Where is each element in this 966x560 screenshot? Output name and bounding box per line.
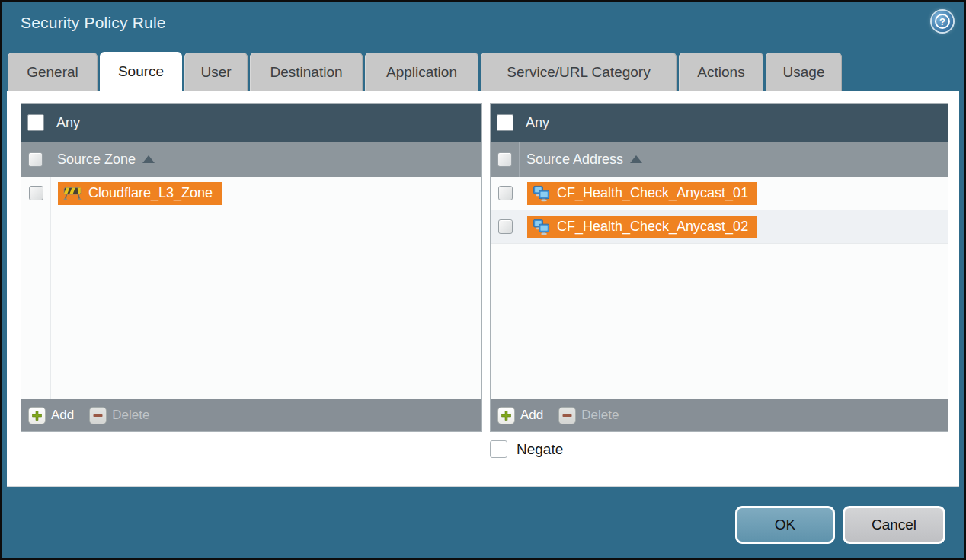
source-address-any-label: Any (526, 115, 549, 131)
tab-application[interactable]: Application (365, 53, 478, 91)
source-address-any-checkbox[interactable] (497, 114, 513, 131)
source-address-toolbar: Add Delete (491, 399, 948, 431)
source-address-column-header[interactable]: Source Address (491, 142, 948, 177)
delete-label: Delete (112, 408, 149, 423)
source-zone-column-header[interactable]: Source Zone (21, 142, 481, 177)
add-zone-button[interactable]: Add (28, 407, 74, 424)
add-plus-icon (28, 407, 46, 424)
source-zone-panel: Any Source Zone (21, 103, 482, 432)
address-name: CF_Health_Check_Anycast_01 (557, 185, 748, 201)
source-zone-list: Cloudflare_L3_Zone (21, 177, 481, 399)
help-icon[interactable]: ? (932, 11, 953, 32)
source-address-select-all-checkbox[interactable] (497, 152, 512, 167)
tab-source[interactable]: Source (100, 52, 182, 91)
address-icon (533, 218, 550, 235)
source-zone-header-label: Source Zone (57, 152, 136, 168)
zone-icon (63, 186, 82, 200)
address-icon (533, 184, 550, 202)
delete-minus-icon (558, 407, 576, 424)
add-address-button[interactable]: Add (497, 407, 543, 424)
source-address-header-label: Source Address (526, 152, 623, 168)
delete-zone-button[interactable]: Delete (89, 407, 149, 424)
delete-minus-icon (89, 407, 107, 424)
source-address-list: CF_Health_Check_Anycast_01 (491, 177, 948, 399)
source-address-any-row: Any (491, 104, 948, 142)
sort-ascending-icon[interactable] (142, 155, 155, 163)
source-address-panel: Any Source Address (490, 103, 948, 432)
tab-bar: General Source User Destination Applicat… (8, 52, 842, 91)
negate-checkbox[interactable] (490, 440, 507, 458)
negate-label: Negate (517, 441, 563, 458)
tab-destination[interactable]: Destination (250, 53, 363, 91)
table-row[interactable]: CF_Health_Check_Anycast_02 (491, 210, 948, 244)
row-checkbox[interactable] (29, 186, 43, 200)
address-name: CF_Health_Check_Anycast_02 (557, 219, 748, 235)
source-zone-toolbar: Add Delete (21, 399, 481, 431)
tab-general[interactable]: General (8, 53, 98, 91)
source-zone-any-row: Any (21, 104, 481, 142)
zone-name: Cloudflare_L3_Zone (88, 185, 213, 201)
sort-ascending-icon[interactable] (630, 155, 642, 163)
help-question-glyph: ? (935, 14, 950, 29)
tab-usage[interactable]: Usage (766, 53, 842, 91)
table-row[interactable]: Cloudflare_L3_Zone (21, 177, 481, 210)
source-zone-any-checkbox[interactable] (27, 114, 44, 131)
negate-option: Negate (490, 440, 563, 458)
security-policy-rule-dialog: Security Policy Rule ? General Source Us… (0, 0, 966, 560)
source-zone-select-all-cell (21, 142, 50, 177)
delete-address-button[interactable]: Delete (558, 407, 619, 424)
ok-button[interactable]: OK (735, 506, 835, 544)
tab-user[interactable]: User (184, 53, 248, 91)
row-checkbox[interactable] (498, 186, 513, 200)
tab-service-url-category[interactable]: Service/URL Category (481, 53, 677, 91)
add-label: Add (520, 408, 543, 423)
address-value-chip[interactable]: CF_Health_Check_Anycast_01 (527, 182, 757, 205)
dialog-title: Security Policy Rule (21, 14, 166, 32)
delete-label: Delete (581, 408, 619, 423)
cancel-button[interactable]: Cancel (843, 506, 945, 544)
add-label: Add (51, 408, 74, 423)
address-value-chip[interactable]: CF_Health_Check_Anycast_02 (527, 216, 757, 238)
source-zone-select-all-checkbox[interactable] (28, 152, 43, 167)
source-address-select-all-cell (491, 142, 520, 177)
table-row[interactable]: CF_Health_Check_Anycast_01 (491, 177, 948, 210)
zone-value-chip[interactable]: Cloudflare_L3_Zone (58, 182, 222, 205)
add-plus-icon (497, 407, 515, 424)
row-checkbox[interactable] (498, 219, 513, 234)
source-tab-content: Any Source Zone (7, 91, 959, 487)
source-zone-any-label: Any (56, 115, 80, 131)
tab-actions[interactable]: Actions (679, 53, 763, 91)
